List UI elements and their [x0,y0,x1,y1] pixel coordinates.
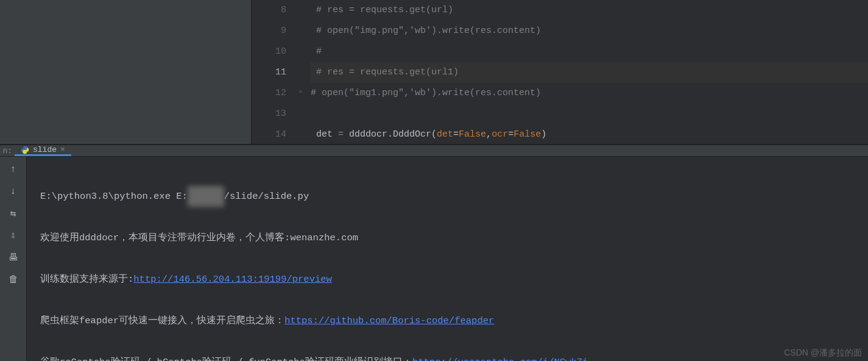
preview-link[interactable]: http://146.56.204.113:19199/preview [133,274,332,285]
console-line: 爬虫框架feapder可快速一键接入，快速开启爬虫之旅：https://gith… [40,310,862,331]
run-tab-bar: n: slide × [0,145,868,157]
console-line: 谷歌reCaptcha验证码 / hCaptcha验证码 / funCaptch… [40,352,862,361]
redacted-path: xxxxxx [188,186,224,207]
code-line[interactable]: # res = requests.get(url) [311,0,868,21]
code-line[interactable] [311,104,868,124]
feapder-link[interactable]: https://github.com/Boris-code/feapder [284,315,494,326]
console-line: E:\python3.8\python.exe E:xxxxxx/slide/s… [40,186,862,207]
code-line[interactable]: det = ddddocr.DdddOcr(det=False,ocr=Fals… [311,124,868,145]
run-tab-slide[interactable]: slide × [15,145,71,156]
delete-icon[interactable]: 🗑 [7,273,20,286]
run-label: n: [0,146,15,155]
scroll-to-end-icon[interactable]: ⇩ [7,229,20,242]
down-icon[interactable]: ↓ [7,185,20,198]
code-area[interactable]: # res = requests.get(url) # open("img.pn… [309,0,868,144]
print-icon[interactable]: 🖶 [7,251,20,264]
up-icon[interactable]: ↑ [7,163,20,176]
code-line[interactable]: # open("img.png",'wb').write(res.content… [311,21,868,41]
run-tab-name: slide [33,145,57,154]
yescaptcha-link[interactable]: https://yescaptcha.com/i/NSwk7i [412,357,588,361]
soft-wrap-icon[interactable]: ⇆ [7,207,20,220]
project-panel[interactable] [0,0,252,144]
line-gutter: 891011121314 [252,0,298,144]
fold-column: ⌃ [298,0,309,144]
fold-marker-icon[interactable]: ⌃ [298,89,307,98]
code-line[interactable]: # [311,41,868,62]
python-icon [21,146,29,154]
console-output[interactable]: E:\python3.8\python.exe E:xxxxxx/slide/s… [27,157,868,361]
console-line: 训练数据支持来源于:http://146.56.204.113:19199/pr… [40,269,862,290]
code-line[interactable]: # res = requests.get(url1) [311,62,868,83]
code-editor[interactable]: 891011121314 ⌃ # res = requests.get(url)… [252,0,868,144]
console-toolbar: ↑ ↓ ⇆ ⇩ 🖶 🗑 [0,157,27,361]
close-icon[interactable]: × [60,145,65,154]
code-line[interactable]: # open("img1.png",'wb').write(res.conten… [311,83,868,104]
console-line: 欢迎使用ddddocr，本项目专注带动行业内卷，个人博客:wenanzhe.co… [40,227,862,248]
